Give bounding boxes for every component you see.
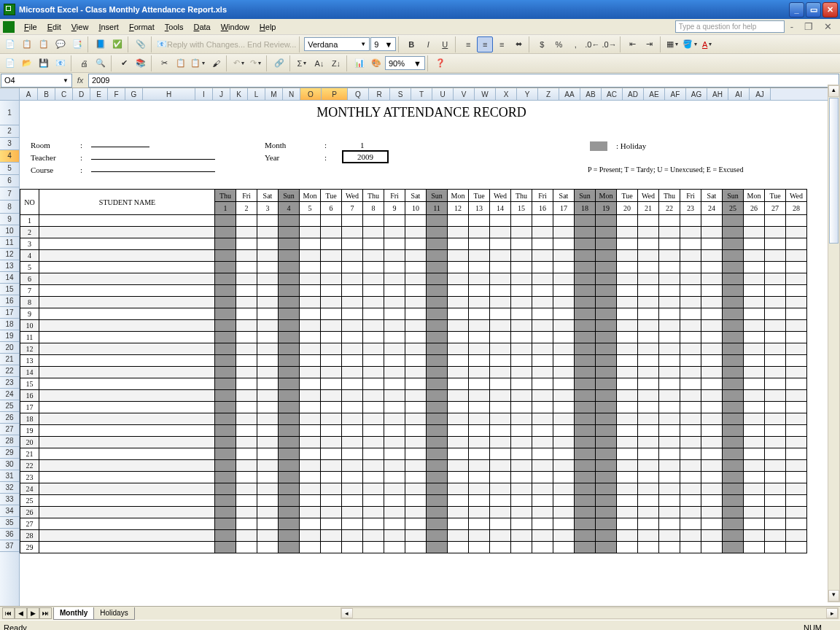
vertical-scrollbar[interactable]: ▴ ▾ (828, 85, 840, 602)
col-header[interactable]: AD (623, 88, 644, 100)
sort-desc-icon[interactable]: Z↓ (328, 55, 344, 71)
row-header[interactable]: 13 (0, 260, 19, 272)
col-header[interactable]: A (20, 88, 38, 100)
fx-icon[interactable]: fx (72, 76, 88, 85)
col-header[interactable]: AG (686, 88, 707, 100)
fill-color-icon[interactable]: 🪣▾ (682, 36, 699, 52)
menu-window[interactable]: Window (216, 21, 254, 33)
spelling-icon[interactable]: ✔ (116, 55, 132, 71)
preview-icon[interactable]: 🔍 (93, 55, 109, 71)
row-header[interactable]: 19 (0, 330, 19, 342)
format-painter-icon[interactable]: 🖌 (208, 55, 224, 71)
tab-next-icon[interactable]: ▶ (27, 607, 39, 619)
maximize-button[interactable]: ▭ (806, 2, 821, 18)
col-header[interactable]: C (55, 88, 73, 100)
tab-holidays[interactable]: Holidays (93, 607, 134, 620)
help-search-box[interactable]: Type a question for help (675, 20, 785, 33)
col-header[interactable]: U (432, 88, 454, 100)
col-header[interactable]: S (390, 88, 411, 100)
col-header[interactable]: Y (517, 88, 538, 100)
col-header[interactable]: J (213, 88, 230, 100)
scroll-down-icon[interactable]: ▾ (828, 590, 839, 602)
row-header[interactable]: 21 (0, 354, 19, 365)
save-icon[interactable]: 💾 (36, 55, 52, 71)
next-comment-icon[interactable]: 📋 (36, 36, 52, 52)
new-icon[interactable]: 📄 (2, 55, 18, 71)
col-header[interactable]: L (248, 88, 265, 100)
comma-icon[interactable]: , (567, 36, 583, 52)
workbook-close[interactable]: ✕ (819, 20, 837, 34)
redo-icon[interactable]: ↷▾ (248, 55, 264, 71)
col-header[interactable]: T (411, 88, 432, 100)
col-header[interactable]: Q (348, 88, 369, 100)
menu-view[interactable]: View (66, 21, 94, 33)
paste-icon[interactable]: 📋▾ (190, 55, 207, 71)
insert-file-icon[interactable]: 📎 (133, 36, 149, 52)
scroll-left-icon[interactable]: ◂ (341, 608, 353, 618)
col-header[interactable]: AB (580, 88, 602, 100)
col-header[interactable]: E (90, 88, 108, 100)
row-header[interactable]: 33 (0, 494, 19, 505)
track-changes-icon[interactable]: 📘 (93, 36, 109, 52)
row-header[interactable]: 17 (0, 307, 19, 319)
app-icon[interactable] (3, 21, 15, 33)
row-header[interactable]: 18 (0, 319, 19, 330)
col-header[interactable]: AE (644, 88, 665, 100)
row-header[interactable]: 20 (0, 342, 19, 354)
col-header[interactable]: N (283, 88, 300, 100)
menu-help[interactable]: Help (254, 21, 281, 33)
row-header[interactable]: 25 (0, 400, 19, 412)
col-header[interactable]: O (300, 88, 322, 100)
row-header[interactable]: 9 (0, 214, 19, 225)
row-header[interactable]: 15 (0, 284, 19, 295)
increase-decimal-icon[interactable]: .0← (584, 36, 600, 52)
row-header[interactable]: 32 (0, 482, 19, 494)
percent-icon[interactable]: % (551, 36, 567, 52)
col-header[interactable]: AH (707, 88, 728, 100)
col-header[interactable]: X (496, 88, 517, 100)
row-header[interactable]: 4 (0, 150, 19, 163)
col-header[interactable]: AI (728, 88, 750, 100)
font-color-icon[interactable]: A▾ (700, 36, 716, 52)
row-header[interactable]: 30 (0, 459, 19, 470)
undo-icon[interactable]: ↶▾ (231, 55, 247, 71)
new-comment-icon[interactable]: 📄 (2, 36, 18, 52)
menu-insert[interactable]: Insert (93, 21, 124, 33)
menu-tools[interactable]: Tools (160, 21, 189, 33)
autosum-icon[interactable]: Σ▾ (295, 55, 311, 71)
year-value[interactable]: 2009 (342, 150, 389, 163)
prev-comment-icon[interactable]: 📋 (19, 36, 35, 52)
scroll-up-icon[interactable]: ▴ (828, 85, 839, 97)
select-all-corner[interactable] (0, 88, 20, 100)
chart-wizard-icon[interactable]: 📊 (351, 55, 368, 71)
row-header[interactable]: 37 (0, 540, 19, 552)
decrease-indent-icon[interactable]: ⇤ (625, 36, 641, 52)
menu-format[interactable]: Format (124, 21, 160, 33)
row-header[interactable]: 10 (0, 225, 19, 237)
col-header[interactable]: H (143, 88, 195, 100)
drawing-icon[interactable]: 🎨 (368, 55, 384, 71)
col-header[interactable]: M (265, 88, 283, 100)
minimize-button[interactable]: _ (789, 2, 804, 18)
align-left-icon[interactable]: ≡ (460, 36, 476, 52)
zoom-selector[interactable]: 90%▼ (385, 56, 425, 70)
print-icon[interactable]: 🖨 (76, 55, 92, 71)
underline-button[interactable]: U (437, 36, 453, 52)
email-icon[interactable]: 📧 (52, 55, 69, 71)
workbook-minimize[interactable]: - (785, 20, 798, 34)
col-header[interactable]: V (454, 88, 475, 100)
row-header[interactable]: 6 (0, 175, 19, 187)
row-header[interactable]: 14 (0, 272, 19, 284)
row-header[interactable]: 35 (0, 517, 19, 529)
col-header[interactable]: P (322, 88, 348, 100)
row-header[interactable]: 7 (0, 187, 19, 201)
menu-data[interactable]: Data (188, 21, 215, 33)
row-header[interactable]: 22 (0, 365, 19, 377)
help-icon[interactable]: ❓ (432, 55, 448, 71)
col-header[interactable]: K (230, 88, 248, 100)
show-all-icon[interactable]: 📑 (69, 36, 85, 52)
increase-indent-icon[interactable]: ⇥ (642, 36, 658, 52)
tab-prev-icon[interactable]: ◀ (15, 607, 27, 619)
tab-monthly[interactable]: Monthly (53, 607, 94, 620)
align-center-icon[interactable]: ≡ (477, 36, 493, 52)
